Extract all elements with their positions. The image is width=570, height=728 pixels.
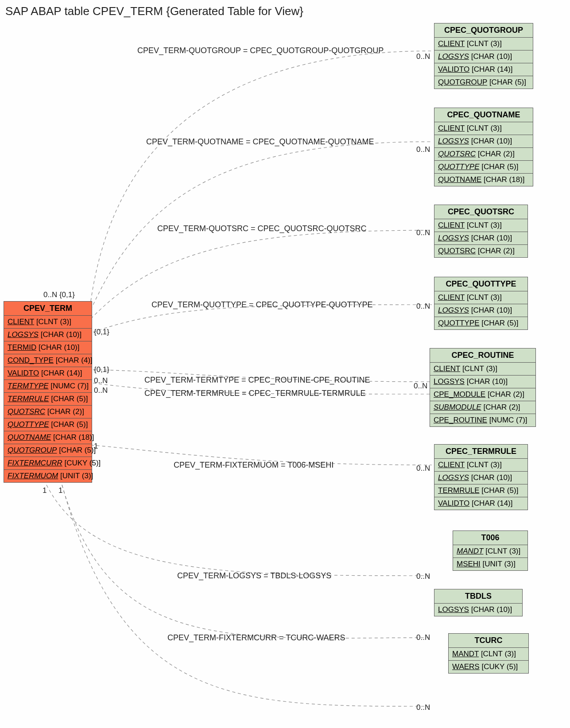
cardinality-label: {0,1} [94, 365, 109, 374]
field-row: QUOTNAME [CHAR (18)] [4, 431, 92, 444]
entity-cpec-quottype: CPEC_QUOTTYPE CLIENT [CLNT (3)] LOGSYS [… [434, 277, 528, 330]
cardinality-label: 0..N [416, 633, 430, 642]
relation-label: CPEV_TERM-LOGSYS = TBDLS-LOGSYS [177, 571, 331, 581]
entity-cpec-termrule: CPEC_TERMRULE CLIENT [CLNT (3)] LOGSYS [… [434, 444, 528, 510]
relation-label: CPEV_TERM-QUOTSRC = CPEC_QUOTSRC-QUOTSRC [157, 224, 367, 233]
entity-header: CPEC_QUOTSRC [434, 205, 527, 219]
relation-label: CPEV_TERM-TERMRULE = CPEC_TERMRULE-TERMR… [144, 389, 366, 398]
entity-header: CPEV_TERM [4, 302, 92, 316]
field-row: QUOTTYPE [CHAR (5)] [4, 418, 92, 431]
entity-cpec-routine: CPEC_ROUTINE CLIENT [CLNT (3)] LOGSYS [C… [430, 348, 536, 427]
cardinality-label: 0..N [94, 376, 108, 385]
entity-tbdls: TBDLS LOGSYS [CHAR (10)] [434, 589, 523, 616]
cardinality-label: 0..N [416, 52, 430, 61]
relation-label: CPEV_TERM-TERMTYPE = CPEC_ROUTINE-CPE_RO… [144, 376, 370, 385]
cardinality-label: 1 [43, 486, 47, 495]
relation-label: CPEV_TERM-QUOTGROUP = CPEC_QUOTGROUP-QUO… [137, 46, 384, 55]
cardinality-label: 0..N [416, 228, 430, 237]
entity-cpec-quotname: CPEC_QUOTNAME CLIENT [CLNT (3)] LOGSYS [… [434, 108, 533, 186]
entity-header: TCURC [449, 634, 528, 648]
cardinality-label: 1 [94, 442, 98, 451]
cardinality-label: 0..N [414, 382, 427, 391]
field-row: QUOTGROUP [CHAR (5)] [4, 444, 92, 457]
field-row: TERMID [CHAR (10)] [4, 341, 92, 354]
entity-header: CPEC_ROUTINE [430, 349, 535, 363]
entity-header: CPEC_QUOTTYPE [434, 277, 527, 291]
relation-label: CPEV_TERM-FIXTERMCURR = TCURC-WAERS [167, 633, 345, 643]
cardinality-label: 1 [58, 486, 62, 495]
diagram-title: SAP ABAP table CPEV_TERM {Generated Tabl… [5, 4, 303, 18]
field-row: FIXTERMUOM [UNIT (3)] [4, 470, 92, 482]
field-row: TERMRULE [CHAR (5)] [4, 393, 92, 406]
relation-label: CPEV_TERM-QUOTNAME = CPEC_QUOTNAME-QUOTN… [146, 137, 374, 147]
entity-cpec-quotgroup: CPEC_QUOTGROUP CLIENT [CLNT (3)] LOGSYS … [434, 23, 533, 89]
cardinality-label: 0..N [94, 386, 108, 395]
entity-header: T006 [453, 531, 527, 545]
cardinality-label: 0..N [416, 464, 430, 473]
cardinality-label: 0..N [416, 572, 430, 581]
entity-header: TBDLS [434, 589, 522, 604]
entity-header: CPEC_QUOTGROUP [434, 23, 533, 38]
entity-tcurc: TCURC MANDT [CLNT (3)] WAERS [CUKY (5)] [448, 633, 529, 674]
cardinality-label: 0..N [416, 302, 430, 311]
field-row: QUOTSRC [CHAR (2)] [4, 406, 92, 418]
field-row: COND_TYPE [CHAR (4)] [4, 354, 92, 367]
relation-label: CPEV_TERM-FIXTERMUOM = T006-MSEHI [174, 461, 333, 470]
field-row: FIXTERMCURR [CUKY (5)] [4, 457, 92, 470]
field-row: VALIDTO [CHAR (14)] [4, 367, 92, 380]
relation-label: CPEV_TERM-QUOTTYPE = CPEC_QUOTTYPE-QUOTT… [151, 300, 373, 310]
cardinality-label: {0,1} [94, 328, 109, 337]
cardinality-label: 0..N [416, 145, 430, 154]
cardinality-label: 0..N [416, 703, 430, 712]
entity-t006: T006 MANDT [CLNT (3)] MSEHI [UNIT (3)] [453, 531, 528, 571]
cardinality-label: 0..N {0,1} [43, 290, 75, 299]
er-diagram-canvas: SAP ABAP table CPEV_TERM {Generated Tabl… [0, 0, 570, 728]
entity-cpec-quotsrc: CPEC_QUOTSRC CLIENT [CLNT (3)] LOGSYS [C… [434, 205, 528, 258]
entity-header: CPEC_QUOTNAME [434, 108, 533, 122]
entity-cpev-term: CPEV_TERM CLIENT [CLNT (3)] LOGSYS [CHAR… [4, 301, 92, 483]
entity-header: CPEC_TERMRULE [434, 445, 527, 459]
field-row: TERMTYPE [NUMC (7)] [4, 380, 92, 393]
field-row: CLIENT [CLNT (3)] [4, 316, 92, 329]
field-row: LOGSYS [CHAR (10)] [4, 329, 92, 341]
